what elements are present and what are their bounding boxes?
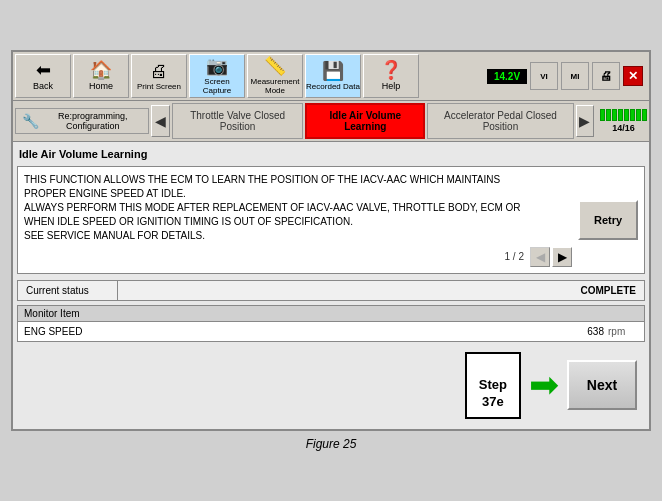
progress-seg-6 [630,109,635,121]
progress-seg-4 [618,109,623,121]
monitor-section: Monitor Item ENG SPEED 638 rpm [17,305,645,342]
monitor-item-unit: rpm [608,326,638,337]
status-label: Current status [18,281,118,300]
figure-caption: Figure 25 [306,437,357,451]
measurement-icon: 📏 [264,57,286,75]
page-next-button[interactable]: ▶ [552,247,572,267]
vi-label: VI [540,72,548,81]
next-label: Next [587,377,617,393]
toolbar: ⬅ Back 🏠 Home 🖨 Print Screen 📷 Screen Ca… [13,52,649,101]
next-button[interactable]: Next [567,360,637,410]
page-prev-button[interactable]: ◀ [530,247,550,267]
print-icon: 🖨 [150,62,168,80]
progress-seg-5 [624,109,629,121]
measurement-label: Measurement Mode [248,77,302,95]
retry-label: Retry [594,214,622,226]
monitor-item-value: 638 [587,326,604,337]
info-line-1: THIS FUNCTION ALLOWS THE ECM TO LEARN TH… [24,173,572,187]
info-box: THIS FUNCTION ALLOWS THE ECM TO LEARN TH… [17,166,645,274]
page-indicator: 1 / 2 [505,250,524,264]
nav-prev-button[interactable]: ◀ [151,105,169,137]
current-step-label: Idle Air Volume Learning [317,110,413,132]
close-icon: ✕ [628,69,638,83]
recorded-data-label: Recorded Data [306,82,360,91]
progress-seg-8 [642,109,647,121]
progress-seg-1 [600,109,605,121]
screen-capture-button[interactable]: 📷 Screen Capture [189,54,245,98]
reprog-label: Re:programming, Configuration [43,111,142,131]
bottom-area: Step 37e ➡ Next [17,346,645,425]
info-line-4: WHEN IDLE SPEED OR IGNITION TIMING IS OU… [24,215,572,229]
monitor-item-name: ENG SPEED [24,326,587,337]
recorded-data-icon: 💾 [322,62,344,80]
mi-label: MI [571,72,580,81]
page-nav: 1 / 2 ◀ ▶ [24,247,572,267]
info-line-3: ALWAYS PERFORM THIS MODE AFTER REPLACEME… [24,201,572,215]
mi-button[interactable]: MI [561,62,589,90]
next-step-nav: Accelerator Pedal Closed Position [427,103,573,139]
progress-display: 14/16 [600,109,647,133]
progress-bars [600,109,647,121]
progress-seg-7 [636,109,641,121]
step-badge-text: Step 37e [479,377,507,409]
home-label: Home [89,81,113,91]
monitor-header: Monitor Item [17,305,645,321]
info-text: THIS FUNCTION ALLOWS THE ECM TO LEARN TH… [24,173,572,267]
toolbar-right: 14.2V VI MI 🖨 ✕ [487,62,643,90]
home-button[interactable]: 🏠 Home [73,54,129,98]
voltage-display: 14.2V [487,69,527,84]
info-line-2: PROPER ENGINE SPEED AT IDLE. [24,187,572,201]
info-line-5: SEE SERVICE MANUAL FOR DETAILS. [24,229,572,243]
prev-step-label: Throttle Valve Closed Position [183,110,292,132]
step-badge: Step 37e [465,352,521,419]
print-screen-button[interactable]: 🖨 Print Screen [131,54,187,98]
nav-next-button[interactable]: ▶ [576,105,594,137]
arrow-next-icon: ➡ [529,367,559,403]
vi-button[interactable]: VI [530,62,558,90]
reprog-nav[interactable]: 🔧 Re:programming, Configuration [15,108,149,134]
progress-seg-2 [606,109,611,121]
home-icon: 🏠 [90,61,112,79]
help-label: Help [382,81,401,91]
printer-icon-btn[interactable]: 🖨 [592,62,620,90]
measurement-mode-button[interactable]: 📏 Measurement Mode [247,54,303,98]
status-value: COMPLETE [118,281,644,300]
status-row: Current status COMPLETE [17,280,645,301]
help-icon: ❓ [380,61,402,79]
page-title: Idle Air Volume Learning [17,146,645,162]
close-button[interactable]: ✕ [623,66,643,86]
recorded-data-button[interactable]: 💾 Recorded Data [305,54,361,98]
reprog-icon: 🔧 [22,113,39,129]
progress-seg-3 [612,109,617,121]
back-icon: ⬅ [36,61,51,79]
nav-bar: 🔧 Re:programming, Configuration ◀ Thrott… [13,101,649,142]
progress-count: 14/16 [612,123,635,133]
help-button[interactable]: ❓ Help [363,54,419,98]
retry-button[interactable]: Retry [578,200,638,240]
back-button[interactable]: ⬅ Back [15,54,71,98]
screen-capture-label: Screen Capture [190,77,244,95]
current-step: Idle Air Volume Learning [305,103,425,139]
prev-step: Throttle Valve Closed Position [172,103,303,139]
back-label: Back [33,81,53,91]
main-content: Idle Air Volume Learning THIS FUNCTION A… [13,142,649,429]
next-step-label: Accelerator Pedal Closed Position [438,110,562,132]
monitor-row: ENG SPEED 638 rpm [17,321,645,342]
print-screen-label: Print Screen [137,82,181,91]
screen-capture-icon: 📷 [206,57,228,75]
